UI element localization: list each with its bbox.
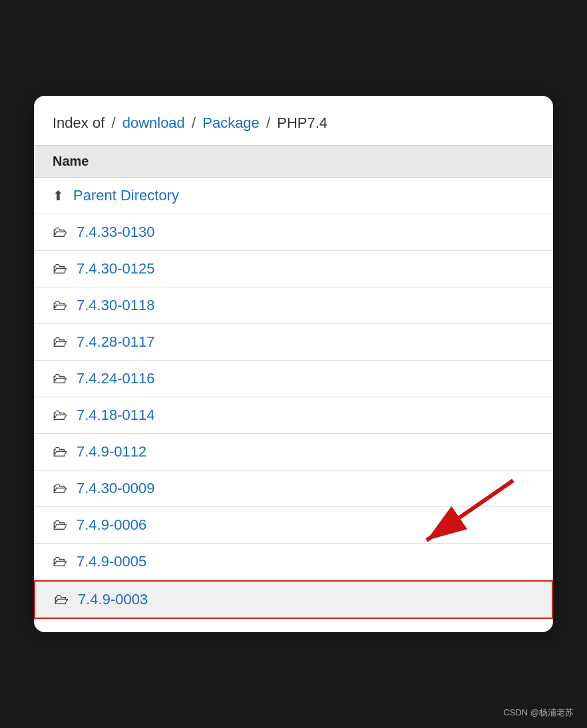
folder-icon: 🗁 <box>53 260 67 277</box>
table-row[interactable]: 🗁7.4.9-0005 <box>34 544 553 580</box>
breadcrumb-link-package[interactable]: Package <box>202 114 260 131</box>
table-row[interactable]: 🗁7.4.9-0112 <box>34 434 553 470</box>
directory-card: Index of / download / Package / PHP7.4 N… <box>34 96 553 632</box>
folder-icon: 🗁 <box>53 553 67 570</box>
directory-link-7.4.28-0117[interactable]: 7.4.28-0117 <box>77 333 154 351</box>
directory-link-7.4.24-0116[interactable]: 7.4.24-0116 <box>77 370 154 387</box>
parent-arrow-icon: ⬆ <box>53 188 64 204</box>
table-row[interactable]: 🗁7.4.30-0118 <box>34 287 553 324</box>
directory-link-7.4.18-0114[interactable]: 7.4.18-0114 <box>77 407 154 424</box>
column-name-header: Name <box>53 154 89 168</box>
directory-rows-container: 🗁7.4.33-0130🗁7.4.30-0125🗁7.4.30-0118🗁7.4… <box>34 214 553 619</box>
parent-directory-link[interactable]: Parent Directory <box>73 187 179 204</box>
parent-directory-row[interactable]: ⬆ Parent Directory <box>34 178 553 214</box>
directory-link-7.4.9-0005[interactable]: 7.4.9-0005 <box>77 553 146 570</box>
folder-icon: 🗁 <box>54 591 69 608</box>
file-table: Name ⬆ Parent Directory 🗁7.4.33-0130🗁7.4… <box>34 145 553 619</box>
table-header: Name <box>34 145 553 178</box>
table-row[interactable]: 🗁7.4.28-0117 <box>34 324 553 361</box>
table-row[interactable]: 🗁7.4.30-0125 <box>34 251 553 287</box>
watermark: CSDN @杨浦老苏 <box>503 707 574 719</box>
breadcrumb-sep-1: / <box>111 114 115 131</box>
folder-icon: 🗁 <box>53 333 67 351</box>
table-row[interactable]: 🗁7.4.9-0006 <box>34 507 553 544</box>
directory-link-7.4.9-0006[interactable]: 7.4.9-0006 <box>77 516 146 534</box>
breadcrumb-link-download[interactable]: download <box>122 114 185 131</box>
breadcrumb-sep-3: / <box>266 114 270 131</box>
breadcrumb-sep-2: / <box>192 114 196 131</box>
folder-icon: 🗁 <box>53 480 67 497</box>
page-container: Index of / download / Package / PHP7.4 N… <box>0 0 587 728</box>
directory-link-7.4.30-0125[interactable]: 7.4.30-0125 <box>77 260 154 277</box>
folder-icon: 🗁 <box>53 224 67 241</box>
table-row[interactable]: 🗁7.4.18-0114 <box>34 397 553 434</box>
folder-icon: 🗁 <box>53 297 67 314</box>
directory-link-7.4.9-0003[interactable]: 7.4.9-0003 <box>78 591 148 608</box>
breadcrumb: Index of / download / Package / PHP7.4 <box>34 114 553 145</box>
directory-link-7.4.9-0112[interactable]: 7.4.9-0112 <box>77 443 146 460</box>
table-row[interactable]: 🗁7.4.9-0003 <box>34 580 553 619</box>
table-row[interactable]: 🗁7.4.33-0130 <box>34 214 553 251</box>
table-row[interactable]: 🗁7.4.24-0116 <box>34 361 553 397</box>
breadcrumb-static: PHP7.4 <box>277 114 327 131</box>
directory-link-7.4.30-0118[interactable]: 7.4.30-0118 <box>77 297 154 314</box>
breadcrumb-prefix: Index of <box>53 114 104 131</box>
folder-icon: 🗁 <box>53 443 67 460</box>
folder-icon: 🗁 <box>53 516 67 534</box>
directory-link-7.4.30-0009[interactable]: 7.4.30-0009 <box>77 480 154 497</box>
folder-icon: 🗁 <box>53 407 67 424</box>
folder-icon: 🗁 <box>53 370 67 387</box>
table-row[interactable]: 🗁7.4.30-0009 <box>34 470 553 507</box>
directory-link-7.4.33-0130[interactable]: 7.4.33-0130 <box>77 224 154 241</box>
